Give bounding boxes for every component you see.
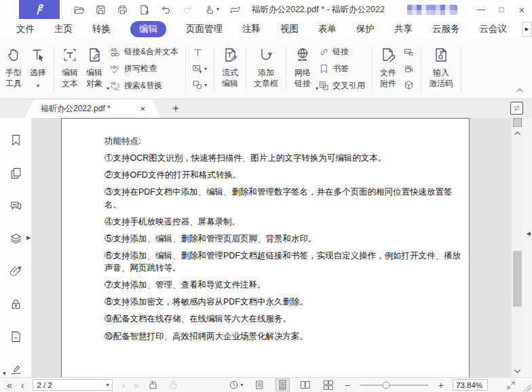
user-account-redacted[interactable] (407, 5, 457, 15)
first-page-button[interactable]: « (7, 380, 12, 390)
document-tab[interactable]: 福昕办公2022.pdf * × (24, 100, 162, 118)
next-view-button[interactable] (168, 380, 178, 391)
doc-paragraph[interactable]: ⑩配备智慧打印、高效招聘两大企业场景化解决方案。 (104, 330, 469, 342)
facing-view-button[interactable] (299, 378, 313, 391)
zoom-slider-knob[interactable] (382, 381, 390, 389)
spell-check-button[interactable]: ABC 拼写检查 (110, 63, 178, 75)
flow-edit-button[interactable]: 流式 编辑 (218, 42, 242, 96)
document-canvas[interactable]: 功能特点: ①支持OCR图文识别，快速将扫描件、图片上的文字转换为可编辑的文本。… (32, 118, 511, 377)
close-window-button[interactable]: × (512, 0, 532, 19)
link-button[interactable]: 链接 (319, 46, 365, 58)
new-document-button[interactable] (138, 4, 150, 16)
save-button[interactable] (95, 4, 107, 16)
undo-button[interactable] (160, 4, 172, 16)
insert-video-button[interactable] (404, 64, 414, 74)
pages-panel-button[interactable] (8, 165, 23, 180)
fullscreen-button[interactable] (506, 380, 516, 390)
add-text-button[interactable] (193, 47, 207, 58)
tab-page-manage[interactable]: 页面管理 (186, 23, 223, 35)
add-image-button[interactable]: ▾ (193, 64, 207, 74)
scrollbar-thumb[interactable] (513, 251, 522, 307)
select-tool-button[interactable]: 选择 ▾ (26, 42, 50, 96)
doc-paragraph[interactable]: ⑥支持添加、编辑、删除和管理PDF文档超链接和书签，实现自定义操作，例如打开文件… (104, 250, 469, 274)
destinations-panel-button[interactable] (8, 330, 23, 344)
doc-paragraph[interactable]: ②支持OFD文件的打开和格式转换。 (104, 169, 469, 181)
scroll-down-button[interactable] (514, 369, 520, 374)
redo-button[interactable] (182, 4, 193, 16)
previous-page-button[interactable]: ‹ (21, 380, 24, 390)
edit-text-button[interactable]: 编辑 文本 (58, 42, 82, 96)
swap-view-button[interactable] (510, 102, 523, 115)
bookmark-button[interactable]: 书签 (319, 63, 365, 75)
tab-comment[interactable]: 注释 (242, 23, 261, 35)
last-page-button[interactable]: » (134, 380, 139, 390)
expand-left-panel-handle[interactable]: ▶ (26, 235, 31, 241)
tab-edit[interactable]: 编辑 (130, 21, 166, 37)
previous-view-button[interactable] (148, 380, 159, 391)
doc-paragraph[interactable]: ①支持OCR图文识别，快速将扫描件、图片上的文字转换为可编辑的文本。 (104, 152, 469, 164)
layers-panel-button[interactable] (8, 231, 23, 246)
add-article-box-button[interactable]: 添加 文章框 (250, 42, 282, 96)
expand-right-panel-handle[interactable]: ◀ (527, 231, 531, 237)
scroll-up-button[interactable] (514, 131, 520, 136)
customize-toolbar-button[interactable] (229, 4, 241, 16)
facing-continuous-view-button[interactable] (322, 378, 336, 391)
comments-panel-button[interactable] (8, 199, 23, 213)
doc-paragraph[interactable]: ⑦支持添加、管理、查看和导览文件注释。 (104, 279, 469, 291)
title-bar[interactable]: ▾ 福昕办公2022.pdf * - 福昕办公2022 — □ × (0, 0, 532, 19)
minimize-button[interactable]: — (471, 0, 491, 19)
enter-activation-code-button[interactable]: 输入 激活码 (425, 42, 457, 96)
tab-protect[interactable]: 保护 (356, 23, 375, 35)
search-replace-button[interactable]: ABAC 搜索&替换 (110, 80, 178, 92)
doc-paragraph[interactable]: ⑤支持添加、编辑、删除和管理页眉页脚、背景和水印。 (104, 233, 469, 245)
insert-3d-button[interactable] (404, 80, 414, 90)
sidebar-overflow-icon[interactable]: ▼ (2, 371, 7, 376)
security-panel-button[interactable] (8, 297, 23, 311)
split-view-handle[interactable] (513, 118, 522, 127)
tab-home[interactable]: 主页 (54, 23, 73, 35)
tab-cloud-service[interactable]: 云服务 (432, 23, 460, 35)
file-attachment-button[interactable]: 文件 附件 (376, 42, 400, 96)
signatures-panel-button[interactable] (8, 363, 23, 377)
tab-view[interactable]: 视图 (280, 23, 299, 35)
collapse-ribbon-button[interactable] (516, 87, 524, 93)
tab-cloud-meeting[interactable]: 云会议 (480, 23, 508, 35)
tab-convert[interactable]: 转换 (92, 23, 111, 35)
tab-file[interactable]: 文件 (16, 23, 35, 35)
next-page-button[interactable]: › (121, 380, 125, 390)
open-file-button[interactable] (73, 4, 85, 16)
doc-paragraph[interactable]: ④支持手机放映遥控器、屏幕录制。 (104, 216, 469, 228)
insert-image-button[interactable] (404, 47, 414, 58)
zoom-value-input[interactable] (453, 379, 488, 391)
window-resize-grip[interactable] (524, 384, 531, 391)
zoom-in-button[interactable]: + (438, 380, 444, 390)
bookmarks-panel-button[interactable] (8, 133, 23, 147)
print-button[interactable] (117, 4, 128, 16)
attachments-panel-button[interactable] (8, 264, 23, 279)
reading-timer-button[interactable]: ▾ (229, 380, 244, 390)
continuous-view-button[interactable] (276, 378, 290, 391)
doc-paragraph[interactable]: 功能特点: (104, 135, 469, 147)
zoom-slider[interactable] (360, 385, 428, 386)
pdf-page[interactable]: 功能特点: ①支持OCR图文识别，快速将扫描件、图片上的文字转换为可编辑的文本。… (61, 118, 470, 377)
close-tab-icon[interactable]: × (140, 104, 145, 114)
zoom-out-button[interactable]: − (345, 380, 350, 390)
app-logo[interactable] (19, 0, 60, 19)
page-number-combobox[interactable]: 2 / 2 ▾ (33, 379, 113, 391)
new-tab-button[interactable]: + (172, 102, 179, 115)
doc-paragraph[interactable]: ⑧支持添加密文，将敏感内容从PDF文档中永久删除。 (104, 296, 469, 308)
hand-mode-button[interactable]: ▾ (204, 4, 219, 16)
doc-paragraph[interactable]: ③支持在PDF文档中添加、编辑、删除和管理数字签名，并在多个页面的相同位置快速放… (104, 186, 469, 210)
tab-form[interactable]: 表单 (318, 23, 337, 35)
vertical-scrollbar[interactable] (511, 118, 522, 377)
tab-scroll-right-button[interactable]: ▶ (522, 22, 532, 37)
hand-tool-button[interactable]: 手型 工具 (1, 42, 26, 96)
web-link-button[interactable]: 网络 链接 ▾ (290, 42, 316, 96)
add-shape-button[interactable]: ▾ (193, 80, 207, 90)
tab-share[interactable]: 共享 (394, 23, 413, 35)
cross-reference-button[interactable]: 交叉引用 (319, 80, 365, 92)
maximize-button[interactable]: □ (491, 0, 512, 19)
link-merge-text-button[interactable]: AB 链接&合并文本 (110, 46, 178, 58)
edit-object-button[interactable]: 编辑 对象 ▾ (82, 42, 107, 96)
single-page-view-button[interactable] (252, 378, 267, 391)
